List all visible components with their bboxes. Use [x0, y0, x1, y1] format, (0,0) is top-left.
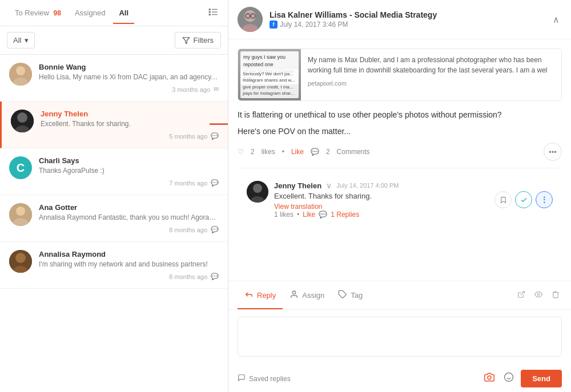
- conversation-list: Bonnie Wang Hello Lisa, My name is Xi fr…: [0, 55, 228, 392]
- avatar-charli: C: [9, 156, 32, 179]
- comment-action-buttons: ⋮: [494, 191, 553, 208]
- external-link-button[interactable]: [515, 288, 528, 302]
- comment-bubble-icon: 💬: [311, 148, 319, 156]
- camera-button[interactable]: [482, 370, 497, 387]
- assign-icon: [289, 290, 299, 301]
- reply-icon: [244, 290, 254, 301]
- conv-footer-charli: 7 months ago 💬: [39, 179, 219, 187]
- comments-count: 2: [326, 148, 330, 156]
- conversation-item-ana[interactable]: Ana Gotter Annalisa Raymond Fantastic, t…: [0, 195, 228, 242]
- conversation-item-bonnie[interactable]: Bonnie Wang Hello Lisa, My name is Xi fr…: [0, 55, 228, 102]
- conv-preview: Hello Lisa, My name is Xi from DAC japan…: [39, 73, 219, 81]
- conv-preview-ana: Annalisa Raymond Fantastic, thank you so…: [39, 213, 219, 221]
- more-options-button[interactable]: •••: [544, 143, 562, 161]
- reply-textarea[interactable]: [238, 317, 562, 357]
- tab-tag[interactable]: Tag: [331, 282, 369, 309]
- avatar-bonnie: [9, 63, 32, 86]
- tab-all[interactable]: All: [113, 2, 134, 24]
- svg-point-19: [15, 253, 26, 263]
- emoji-button[interactable]: [501, 370, 516, 387]
- comment-like-link[interactable]: Like: [303, 211, 315, 219]
- svg-point-30: [253, 184, 262, 193]
- comment-icon-charli: 💬: [211, 179, 219, 187]
- svg-point-35: [537, 293, 540, 296]
- post-card-image: my guys I saw you reposted one of my pho…: [238, 49, 301, 100]
- conv-content-ana: Ana Gotter Annalisa Raymond Fantastic, t…: [39, 203, 219, 233]
- delete-button[interactable]: [549, 288, 562, 302]
- svg-marker-6: [183, 37, 190, 43]
- reply-tabs: Reply Assign Tag: [228, 281, 571, 310]
- likes-count: 2: [251, 148, 255, 156]
- conv-content-bonnie: Bonnie Wang Hello Lisa, My name is Xi fr…: [39, 63, 219, 93]
- comment-header: Jenny Thelen ∨ July 14, 2017 4:00 PM: [274, 181, 553, 190]
- tab-assign[interactable]: Assign: [283, 282, 331, 309]
- conv-footer: 3 months ago ✉: [39, 86, 219, 93]
- reply-section: Reply Assign Tag: [228, 281, 571, 392]
- tab-reply[interactable]: Reply: [238, 282, 283, 309]
- svg-point-5: [209, 14, 210, 15]
- conv-footer-jenny: 5 months ago 💬: [41, 132, 219, 140]
- conv-content-annalisa: Annalisa Raymond I'm sharing with my net…: [39, 250, 219, 280]
- avatar-ana: [9, 203, 32, 226]
- filter-icon: [182, 37, 190, 45]
- conv-name-annalisa: Annalisa Raymond: [39, 250, 219, 258]
- reply-input-area: [228, 310, 571, 365]
- conv-footer-ana: 8 months ago 💬: [39, 226, 219, 233]
- header-info: Lisa Kalner Williams - Social Media Stra…: [270, 10, 550, 29]
- tag-icon: [338, 290, 347, 301]
- conv-name-charli: Charli Says: [39, 156, 219, 165]
- chat-icon: [238, 374, 246, 383]
- svg-point-11: [17, 112, 27, 123]
- svg-point-32: [293, 291, 296, 294]
- to-review-badge: 98: [54, 9, 61, 17]
- post-card-inner: my guys I saw you reposted one of my pho…: [238, 49, 561, 100]
- collapse-button[interactable]: ∧: [550, 12, 562, 27]
- tab-to-review[interactable]: To Review 98: [9, 2, 67, 24]
- svg-point-37: [505, 373, 513, 382]
- comment-likes: 1 likes • Like 💬 1 Replies: [274, 211, 553, 219]
- header-name: Lisa Kalner Williams - Social Media Stra…: [270, 10, 550, 19]
- svg-point-16: [16, 207, 25, 216]
- send-button[interactable]: Send: [521, 370, 562, 387]
- left-panel: To Review 98 Assigned All All ▾: [0, 0, 228, 392]
- svg-line-34: [521, 292, 524, 295]
- comment-replies-link[interactable]: 1 Replies: [331, 211, 359, 219]
- conversation-item-charli[interactable]: C Charli Says Thanks AgoraPulse :) 7 mon…: [0, 148, 228, 195]
- approve-button[interactable]: [515, 191, 532, 208]
- sort-icon[interactable]: [208, 7, 219, 19]
- right-panel: Lisa Kalner Williams - Social Media Stra…: [228, 0, 571, 392]
- comment-icon: 💬: [211, 132, 219, 140]
- conversation-item-annalisa[interactable]: Annalisa Raymond I'm sharing with my net…: [0, 242, 228, 289]
- saved-replies-button[interactable]: Saved replies: [238, 374, 291, 383]
- selected-arrow: [210, 118, 228, 131]
- reply-footer-right: Send: [482, 370, 562, 387]
- comment-icon-ana: 💬: [211, 226, 219, 233]
- conv-name-ana: Ana Gotter: [39, 203, 219, 212]
- divider: [238, 168, 562, 168]
- preview-button[interactable]: [532, 288, 545, 302]
- email-icon: ✉: [214, 86, 219, 93]
- svg-point-3: [209, 9, 210, 10]
- tab-assigned[interactable]: Assigned: [69, 2, 111, 24]
- post-question: It is flattering or unethical to use oth…: [238, 109, 562, 121]
- reply-footer: Saved replies Send: [228, 365, 571, 392]
- message-header: Lisa Kalner Williams - Social Media Stra…: [228, 0, 571, 39]
- comment-time: July 14, 2017 4:00 PM: [336, 182, 399, 189]
- conversation-item-jenny[interactable]: Jenny Thelen Excellent. Thanks for shari…: [0, 102, 228, 148]
- filters-button[interactable]: Filters: [175, 32, 221, 49]
- more-comment-options-button[interactable]: ⋮: [536, 191, 553, 208]
- like-button[interactable]: Like: [291, 148, 304, 156]
- comment-collapse[interactable]: ∨: [326, 181, 332, 190]
- svg-point-36: [488, 376, 491, 379]
- avatar-jenny: [11, 110, 34, 132]
- comment-avatar-jenny: [247, 181, 268, 203]
- post-card: my guys I saw you reposted one of my pho…: [238, 49, 562, 101]
- conv-preview-annalisa: I'm sharing with my network and and busi…: [39, 260, 219, 268]
- post-card-url: petapixel.com: [308, 79, 554, 88]
- conv-footer-annalisa: 8 months ago 💬: [39, 273, 219, 280]
- chevron-down-icon: ▾: [25, 36, 29, 45]
- bookmark-button[interactable]: [494, 191, 512, 208]
- header-avatar: [238, 7, 263, 32]
- all-filter-select[interactable]: All ▾: [7, 32, 35, 49]
- post-actions: ♡ 2 likes • Like 💬 2 Comments •••: [238, 143, 562, 161]
